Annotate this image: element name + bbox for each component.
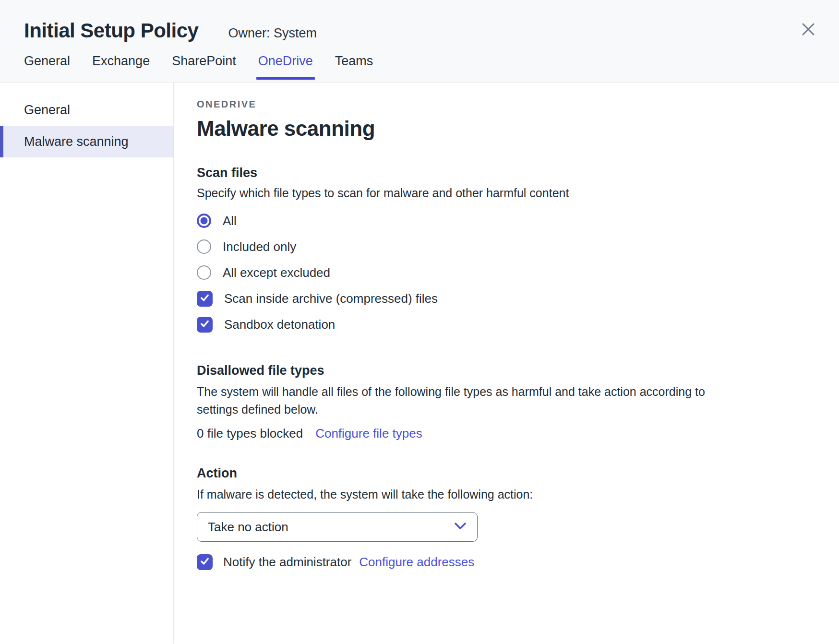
blocked-count: 0 file types blocked (197, 426, 303, 441)
configure-file-types-link[interactable]: Configure file types (315, 426, 422, 441)
owner-label: Owner: System (228, 26, 317, 41)
checkbox-sandbox[interactable] (197, 317, 213, 333)
scan-files-section: Scan files Specify which file types to s… (197, 166, 816, 337)
radio-row-all-except-excluded[interactable]: All except excluded (197, 260, 816, 286)
scan-files-heading: Scan files (197, 166, 816, 180)
radio-included-only-label: Included only (223, 239, 296, 254)
content-area: General Malware scanning ONEDRIVE Malwar… (0, 83, 839, 644)
radio-all[interactable] (197, 214, 211, 228)
tab-bar: General Exchange SharePoint OneDrive Tea… (0, 54, 839, 80)
action-heading: Action (197, 466, 816, 481)
action-description: If malware is detected, the system will … (197, 486, 816, 503)
checkbox-sandbox-label: Sandbox detonation (224, 317, 335, 332)
disallowed-file-types-section: Disallowed file types The system will ha… (197, 363, 816, 441)
checkmark-icon (199, 318, 210, 331)
main-panel: ONEDRIVE Malware scanning Scan files Spe… (174, 83, 839, 644)
tab-general[interactable]: General (24, 54, 70, 80)
tab-exchange[interactable]: Exchange (92, 54, 150, 80)
radio-all-label: All (223, 214, 237, 228)
close-icon (801, 22, 815, 38)
scan-files-description: Specify which file types to scan for mal… (197, 184, 816, 202)
close-button[interactable] (799, 20, 818, 39)
checkmark-icon (199, 556, 210, 569)
radio-included-only[interactable] (197, 239, 211, 254)
page-heading: Malware scanning (197, 117, 816, 141)
notify-admin-label: Notify the administrator (223, 555, 351, 570)
radio-all-except-excluded-label: All except excluded (223, 265, 330, 280)
checkbox-notify-admin[interactable] (197, 554, 213, 570)
section-eyebrow: ONEDRIVE (197, 99, 816, 110)
sidebar-item-general[interactable]: General (0, 94, 173, 126)
action-select[interactable]: Take no action (197, 512, 478, 542)
disallowed-description: The system will handle all files of the … (197, 383, 734, 418)
tab-teams[interactable]: Teams (335, 54, 373, 80)
chevron-down-icon (454, 522, 467, 532)
disallowed-heading: Disallowed file types (197, 363, 816, 378)
title-row: Initial Setup Policy Owner: System (0, 0, 839, 42)
configure-addresses-link[interactable]: Configure addresses (359, 555, 474, 570)
tab-sharepoint[interactable]: SharePoint (172, 54, 236, 80)
action-section: Action If malware is detected, the syste… (197, 466, 816, 570)
scan-files-options: All Included only All except excluded (197, 208, 816, 337)
checkmark-icon (199, 292, 210, 305)
checkbox-row-scan-archive[interactable]: Scan inside archive (compressed) files (197, 286, 816, 311)
page-title: Initial Setup Policy (24, 19, 198, 42)
tab-onedrive[interactable]: OneDrive (258, 54, 313, 80)
sidebar: General Malware scanning (0, 83, 174, 644)
checkbox-scan-archive-label: Scan inside archive (compressed) files (224, 291, 438, 306)
dialog-header: Initial Setup Policy Owner: System Gener… (0, 0, 839, 83)
radio-row-included-only[interactable]: Included only (197, 234, 816, 260)
radio-all-except-excluded[interactable] (197, 265, 211, 280)
action-select-value: Take no action (208, 520, 288, 535)
sidebar-item-malware-scanning[interactable]: Malware scanning (0, 126, 173, 157)
blocked-filetypes-row: 0 file types blocked Configure file type… (197, 426, 816, 441)
radio-row-all[interactable]: All (197, 208, 816, 234)
notify-admin-row: Notify the administrator Configure addre… (197, 554, 816, 570)
checkbox-row-sandbox[interactable]: Sandbox detonation (197, 311, 816, 337)
checkbox-scan-archive[interactable] (197, 291, 213, 307)
